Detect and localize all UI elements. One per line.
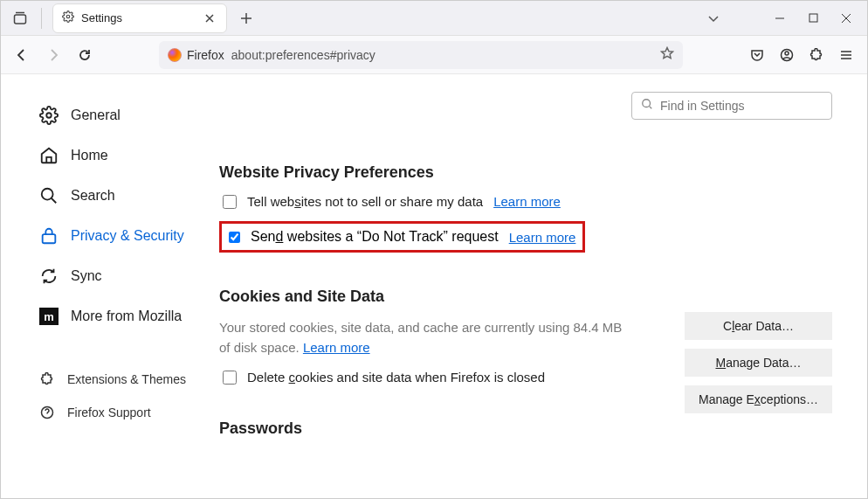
svg-point-1: [66, 15, 70, 18]
delete-cookies-checkbox[interactable]: [223, 371, 237, 385]
svg-point-9: [643, 100, 651, 107]
window-maximize-button[interactable]: [797, 4, 829, 32]
cookies-desc: Your stored cookies, site data, and cach…: [219, 318, 630, 357]
sidebar-item-general[interactable]: General: [39, 95, 219, 135]
url-bar[interactable]: Firefox about:preferences#privacy: [159, 41, 683, 69]
manage-data-button[interactable]: Manage Data…: [685, 349, 832, 377]
new-tab-button[interactable]: [232, 4, 260, 32]
bookmark-star-button[interactable]: [660, 46, 674, 64]
sync-icon: [39, 267, 59, 286]
tell-websites-label: Tell websites not to sell or share my da…: [247, 194, 483, 209]
section-title-privacy: Website Privacy Preferences: [219, 163, 832, 182]
home-icon: [39, 146, 59, 165]
sidebar-item-label: Sync: [71, 268, 102, 284]
settings-search-input[interactable]: [660, 99, 823, 113]
content-area: General Home Search Privacy & Security S…: [1, 74, 867, 498]
window-minimize-button[interactable]: [764, 4, 796, 32]
url-text: about:preferences#privacy: [231, 48, 653, 62]
mozilla-icon: m: [39, 307, 59, 326]
back-button[interactable]: [8, 41, 36, 69]
do-not-track-learn-more-link[interactable]: Learn more: [509, 230, 576, 245]
section-title-cookies: Cookies and Site Data: [219, 288, 832, 306]
identity-label: Firefox: [187, 48, 224, 62]
sidebar-item-label: Privacy & Security: [71, 228, 184, 244]
sidebar-item-sync[interactable]: Sync: [39, 256, 219, 296]
settings-search-box[interactable]: [631, 92, 832, 120]
search-icon: [641, 98, 653, 114]
sidebar-item-privacy[interactable]: Privacy & Security: [39, 216, 219, 256]
search-icon: [39, 186, 59, 205]
puzzle-icon: [39, 371, 55, 387]
titlebar: Settings: [1, 1, 867, 36]
do-not-track-highlight: Send websites a “Do Not Track” request L…: [219, 221, 585, 253]
gear-icon: [62, 10, 74, 26]
sidebar-item-label: Extensions & Themes: [67, 372, 186, 386]
reload-button[interactable]: [71, 41, 99, 69]
tell-websites-checkbox[interactable]: [223, 195, 237, 209]
app-menu-button[interactable]: [832, 41, 860, 69]
lock-icon: [39, 226, 59, 246]
tabs-dropdown-button[interactable]: [698, 12, 729, 24]
sidebar-item-more-mozilla[interactable]: m More from Mozilla: [39, 296, 219, 336]
svg-point-6: [42, 189, 53, 200]
tab-close-button[interactable]: [202, 10, 217, 26]
cookies-learn-more-link[interactable]: Learn more: [303, 340, 370, 355]
svg-rect-0: [15, 15, 26, 24]
sidebar-item-search[interactable]: Search: [39, 176, 219, 216]
firefox-logo-icon: [168, 48, 182, 62]
identity-box[interactable]: Firefox: [168, 48, 224, 62]
toolbar: Firefox about:preferences#privacy: [1, 36, 867, 74]
section-title-passwords: Passwords: [219, 419, 832, 438]
svg-rect-2: [809, 14, 817, 22]
sidebar-item-label: More from Mozilla: [71, 308, 182, 324]
clear-data-button[interactable]: Clear Data…: [685, 312, 832, 340]
extensions-button[interactable]: [803, 41, 830, 69]
do-not-track-label: Send websites a “Do Not Track” request: [251, 229, 499, 245]
sidebar-item-label: Firefox Support: [67, 405, 151, 419]
gear-icon: [39, 106, 59, 125]
settings-sidebar: General Home Search Privacy & Security S…: [1, 74, 219, 498]
forward-button[interactable]: [39, 41, 67, 69]
window-close-button[interactable]: [830, 4, 862, 32]
manage-exceptions-button[interactable]: Manage Exceptions…: [685, 385, 832, 413]
save-to-pocket-button[interactable]: [743, 41, 771, 69]
sidebar-item-home[interactable]: Home: [39, 135, 219, 176]
tab-overview-button[interactable]: [4, 4, 36, 32]
help-icon: [39, 405, 55, 420]
svg-rect-7: [43, 234, 56, 243]
sidebar-item-label: General: [71, 107, 121, 123]
tab-title: Settings: [81, 11, 195, 24]
sidebar-item-support[interactable]: Firefox Support: [39, 396, 219, 429]
sidebar-item-label: Home: [71, 148, 108, 163]
browser-tab[interactable]: Settings: [52, 3, 227, 33]
svg-point-5: [46, 113, 52, 118]
sidebar-item-extensions[interactable]: Extensions & Themes: [39, 363, 219, 396]
delete-cookies-label: Delete cookies and site data when Firefo…: [247, 370, 545, 385]
account-button[interactable]: [773, 41, 801, 69]
settings-main: Website Privacy Preferences Tell website…: [219, 74, 867, 498]
do-not-track-checkbox[interactable]: [229, 232, 240, 243]
sidebar-item-label: Search: [71, 188, 115, 204]
tell-websites-learn-more-link[interactable]: Learn more: [493, 194, 561, 209]
svg-point-4: [785, 52, 789, 55]
